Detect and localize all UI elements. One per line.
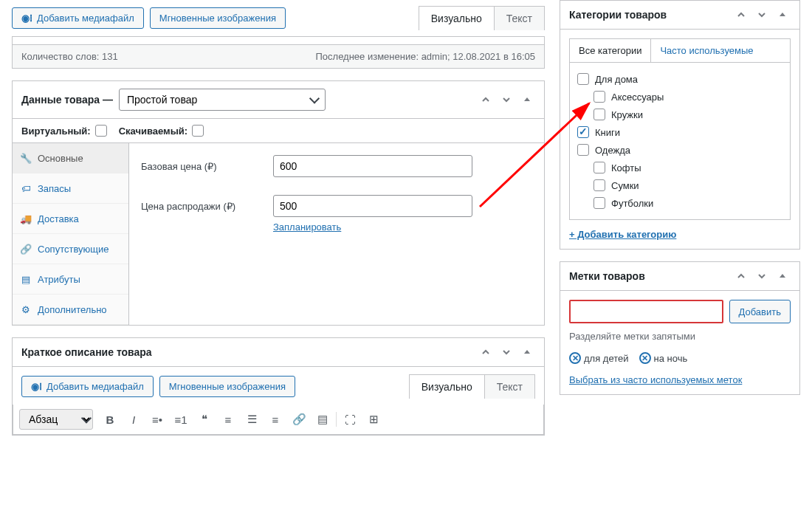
category-item[interactable]: Сумки [593, 176, 782, 194]
categories-metabox: Категории товаров Все категории Часто ис… [560, 0, 800, 250]
category-label: Книги [595, 127, 620, 138]
regular-price-input[interactable] [273, 155, 472, 177]
tab-general[interactable]: 🔧Основные [13, 143, 128, 173]
product-data-content: Базовая цена (₽) Цена распродажи (₽) Зап… [129, 143, 544, 325]
remove-tag-icon[interactable]: ✕ [569, 352, 581, 364]
short-tab-visual[interactable]: Визуально [410, 375, 484, 399]
instant-images-button[interactable]: Мгновенные изображения [150, 7, 286, 29]
category-label: Футболки [611, 198, 653, 209]
product-data-metabox: Данные товара — Простой товар Виртуальны… [12, 80, 545, 326]
align-left-button[interactable]: ≡ [217, 409, 239, 430]
short-tab-text[interactable]: Текст [484, 375, 534, 399]
editor-body[interactable] [12, 36, 545, 45]
add-tag-button[interactable]: Добавить [729, 300, 791, 323]
more-button[interactable]: ▤ [312, 409, 334, 430]
category-label: Одежда [595, 145, 630, 156]
categories-title: Категории товаров [569, 9, 667, 21]
sort-up-icon[interactable] [733, 7, 749, 23]
tag-label: для детей [584, 353, 629, 364]
sale-price-label: Цена распродажи (₽) [141, 201, 263, 212]
fullscreen-button[interactable]: ⛶ [339, 409, 361, 430]
regular-price-label: Базовая цена (₽) [141, 161, 263, 172]
sort-up-icon[interactable] [478, 92, 494, 108]
tab-visual[interactable]: Визуально [419, 7, 494, 30]
choose-popular-tags-link[interactable]: Выбрать из часто используемых меток [569, 374, 742, 385]
schedule-sale-link[interactable]: Запланировать [273, 221, 341, 233]
category-checkbox[interactable] [577, 144, 589, 156]
tag-chip: ✕на ночь [639, 352, 688, 364]
sort-down-icon[interactable] [754, 7, 770, 23]
bold-button[interactable]: B [99, 409, 121, 430]
short-instant-images-button[interactable]: Мгновенные изображения [159, 376, 295, 397]
paragraph-select[interactable]: Абзац [19, 409, 93, 430]
tags-title: Метки товаров [569, 270, 645, 282]
category-item[interactable]: Кофты [593, 159, 782, 176]
tab-attributes[interactable]: ▤Атрибуты [13, 264, 128, 295]
category-checkbox[interactable] [577, 126, 589, 138]
category-item[interactable]: Для дома [577, 70, 782, 88]
virtual-checkbox[interactable] [95, 125, 107, 137]
tab-text[interactable]: Текст [494, 7, 544, 30]
collapse-icon[interactable] [774, 7, 791, 23]
tab-advanced[interactable]: ⚙Дополнительно [13, 295, 128, 325]
sale-price-input[interactable] [273, 195, 472, 217]
short-description-metabox: Краткое описание товара ◉⁞ Добавить меди… [12, 337, 545, 436]
ol-button[interactable]: ≡1 [170, 409, 192, 430]
category-checkbox[interactable] [593, 91, 605, 103]
category-checkbox[interactable] [593, 109, 605, 120]
tag-chip-list: ✕для детей✕на ночь [569, 352, 791, 364]
tag-label: на ночь [654, 353, 688, 364]
collapse-icon[interactable] [519, 92, 535, 108]
quote-button[interactable]: ❝ [193, 409, 216, 430]
media-icon: ◉⁞ [21, 13, 32, 24]
align-right-icon: ≡ [272, 413, 279, 426]
short-add-media-button[interactable]: ◉⁞ Добавить медиафайл [21, 376, 154, 397]
cat-tab-all[interactable]: Все категории [570, 39, 651, 62]
add-media-label: Добавить медиафайл [37, 13, 134, 24]
product-type-select[interactable]: Простой товар [119, 89, 326, 111]
fullscreen-icon: ⛶ [345, 413, 356, 426]
editor-format-toolbar: Абзац B I ≡• ≡1 ❝ ≡ ☰ ≡ 🔗 ▤ ⛶ ⊞ [13, 405, 544, 435]
sort-down-icon[interactable] [498, 344, 515, 360]
tab-inventory[interactable]: 🏷Запасы [13, 173, 128, 204]
sort-up-icon[interactable] [733, 268, 749, 284]
category-item[interactable]: Одежда [577, 141, 782, 159]
cat-tab-used[interactable]: Часто используемые [651, 39, 762, 62]
add-media-button[interactable]: ◉⁞ Добавить медиафайл [12, 7, 144, 29]
toolbar-toggle-button[interactable]: ⊞ [362, 409, 385, 430]
virtual-option[interactable]: Виртуальный: [21, 125, 107, 137]
collapse-icon[interactable] [774, 268, 791, 284]
tab-shipping[interactable]: 🚚Доставка [13, 204, 128, 234]
sort-down-icon[interactable] [754, 268, 770, 284]
align-right-button[interactable]: ≡ [264, 409, 286, 430]
instant-images-label: Мгновенные изображения [159, 13, 276, 24]
link-button[interactable]: 🔗 [288, 409, 310, 430]
category-label: Кофты [611, 162, 641, 173]
category-item[interactable]: Кружки [593, 106, 782, 123]
sort-up-icon[interactable] [478, 344, 494, 360]
editor-tabs: Визуально Текст [419, 6, 545, 30]
ul-button[interactable]: ≡• [146, 409, 168, 430]
collapse-icon[interactable] [519, 344, 535, 360]
tag-input[interactable] [569, 300, 723, 323]
category-tabs: Все категории Часто используемые [569, 38, 791, 62]
short-desc-title: Краткое описание товара [21, 346, 152, 358]
downloadable-option[interactable]: Скачиваемый: [119, 125, 204, 137]
italic-button[interactable]: I [123, 409, 145, 430]
category-item[interactable]: Книги [577, 123, 782, 141]
tab-linked[interactable]: 🔗Сопутствующие [13, 234, 128, 264]
category-checkbox[interactable] [577, 73, 589, 85]
downloadable-checkbox[interactable] [192, 125, 204, 137]
toolbar-toggle-icon: ⊞ [369, 413, 379, 426]
category-item[interactable]: Футболки [593, 194, 782, 212]
wrench-icon: 🔧 [20, 152, 32, 164]
tag-icon: 🏷 [20, 182, 32, 194]
category-checkbox[interactable] [593, 179, 605, 191]
category-item[interactable]: Аксессуары [593, 88, 782, 106]
remove-tag-icon[interactable]: ✕ [639, 352, 651, 364]
sort-down-icon[interactable] [498, 92, 515, 108]
align-center-button[interactable]: ☰ [241, 409, 263, 430]
add-category-link[interactable]: + Добавить категорию [569, 229, 676, 240]
category-checkbox[interactable] [593, 197, 605, 209]
category-checkbox[interactable] [593, 162, 605, 173]
